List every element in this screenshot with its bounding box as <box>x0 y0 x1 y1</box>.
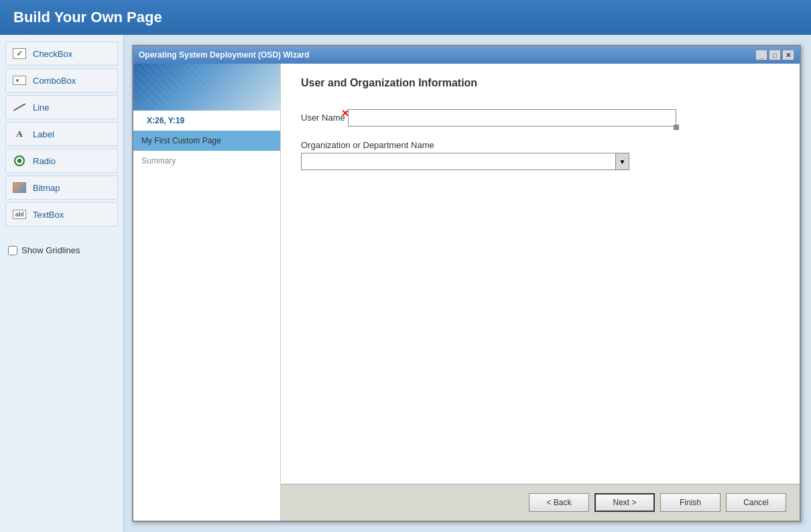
wizard-title-bar: Operating System Deployment (OSD) Wizard… <box>133 46 800 64</box>
nav-item-custom-page[interactable]: My First Custom Page <box>133 131 280 151</box>
nav-item-summary[interactable]: Summary <box>133 151 280 171</box>
tool-textbox[interactable]: abl TextBox <box>5 202 118 226</box>
orgname-dropdown-btn[interactable]: ▼ <box>615 153 629 170</box>
back-button[interactable]: < Back <box>529 493 589 512</box>
orgname-input[interactable] <box>302 153 615 170</box>
show-gridlines-container: Show Gridlines <box>5 243 118 258</box>
tool-checkbox[interactable]: CheckBox <box>5 42 118 66</box>
wizard-content: X:26, Y:19 My First Custom Page Summary … <box>133 64 800 521</box>
orgname-combo[interactable]: ▼ <box>301 153 629 170</box>
tool-bitmap[interactable]: Bitmap <box>5 176 118 200</box>
checkbox-icon <box>11 46 27 62</box>
toolbox-panel: CheckBox ▼ ComboBox Line A Label <box>0 35 124 532</box>
tool-line[interactable]: Line <box>5 95 118 119</box>
tool-combobox[interactable]: ▼ ComboBox <box>5 68 118 92</box>
finish-button[interactable]: Finish <box>660 493 721 512</box>
bitmap-icon <box>11 180 27 196</box>
coords-display: X:26, Y:19 <box>133 111 280 128</box>
form-title: User and Organization Information <box>301 77 779 89</box>
combobox-icon: ▼ <box>11 72 27 88</box>
orgname-label: Organization or Department Name <box>301 140 779 150</box>
wizard-right: User and Organization Information User N… <box>281 64 800 521</box>
tool-label[interactable]: A Label <box>5 122 118 146</box>
minimize-button[interactable]: _ <box>755 50 767 60</box>
username-field-group: User Name ✕ <box>301 109 779 127</box>
wizard-nav-items: My First Custom Page Summary <box>133 128 280 521</box>
maximize-button[interactable]: □ <box>769 50 781 60</box>
next-button[interactable]: Next > <box>595 493 655 512</box>
wizard-window: Operating System Deployment (OSD) Wizard… <box>132 45 801 522</box>
wizard-form-area: User and Organization Information User N… <box>281 64 800 484</box>
label-icon: A <box>11 126 27 142</box>
resize-handle-bottom[interactable] <box>674 125 679 130</box>
wizard-nav-banner <box>133 64 280 111</box>
show-gridlines-checkbox[interactable] <box>8 246 17 255</box>
username-label: User Name <box>301 113 345 123</box>
page-title: Build Your Own Page <box>0 0 811 35</box>
tool-radio[interactable]: Radio <box>5 149 118 173</box>
cancel-button[interactable]: Cancel <box>726 493 786 512</box>
line-icon <box>11 99 27 115</box>
username-input[interactable] <box>348 109 676 127</box>
close-button[interactable]: ✕ <box>782 50 794 60</box>
radio-icon <box>11 153 27 169</box>
wizard-title: Operating System Deployment (OSD) Wizard <box>139 50 310 60</box>
wizard-bottom-bar: < Back Next > Finish Cancel <box>281 484 800 521</box>
textbox-icon: abl <box>11 206 27 222</box>
orgname-field-group: Organization or Department Name ▼ <box>301 140 779 170</box>
wizard-nav: X:26, Y:19 My First Custom Page Summary <box>133 64 281 521</box>
title-bar-buttons: _ □ ✕ <box>755 50 794 60</box>
